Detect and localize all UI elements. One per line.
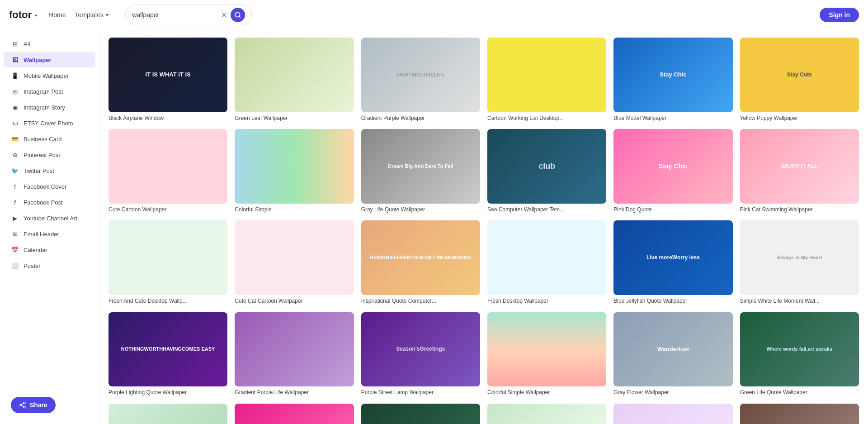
sidebar-item-all[interactable]: ⊞ All — [4, 36, 95, 52]
gallery-item-label: Inspirational Quote Computer... — [361, 298, 480, 305]
gallery-item[interactable]: ENJOY IT ALL Pink Cat Swimming Wallpaper — [740, 129, 859, 213]
thumbnail: BEINGDIFFERENTDOESN'T MEANWRONG — [361, 220, 480, 295]
gallery-item[interactable]: NOTHINGWORTHHAVINGCOMES EASY Purple Ligh… — [108, 312, 227, 396]
thumbnail: Dream Big And Dare To Fail — [361, 129, 480, 204]
share-icon — [19, 401, 26, 409]
logo[interactable]: fotor● — [9, 9, 37, 21]
pinterest-icon: ⊕ — [11, 151, 19, 159]
thumbnail: Live moreWorry less — [613, 220, 732, 295]
calendar-icon: 📅 — [11, 246, 19, 254]
sidebar-item-twitter-post[interactable]: 🐦 Twitter Post — [4, 163, 95, 178]
gallery-item-label: Cartoon Working List Desktop... — [487, 115, 606, 122]
sidebar-item-instagram-story[interactable]: ◉ Instagram Story — [4, 100, 95, 115]
gallery-item[interactable] — [108, 404, 227, 424]
gallery-item[interactable]: Stay Chic Blue Model Wallpaper — [613, 38, 732, 122]
sidebar-item-etsy-cover[interactable]: 🏷 ETSY Cover Photo — [4, 115, 95, 131]
gallery-item[interactable]: Cartoon Working List Desktop... — [487, 38, 606, 122]
thumbnail — [487, 312, 606, 387]
sidebar-item-label: Instagram Story — [24, 104, 65, 111]
gallery-item-label: Yellow Puppy Wallpaper — [740, 115, 859, 122]
gallery-item-label: Gradient Purple Wallpaper — [361, 115, 480, 122]
sidebar-item-instagram-post[interactable]: ◎ Instagram Post — [4, 84, 95, 99]
sign-in-button[interactable]: Sign in — [820, 8, 859, 22]
svg-point-4 — [24, 406, 25, 408]
thumbnail: IT IS WHAT IT IS — [108, 38, 227, 112]
gallery-item[interactable] — [361, 404, 480, 424]
gallery-item[interactable] — [613, 404, 732, 424]
nav: Home Templates — [49, 11, 109, 19]
gallery-item[interactable]: Don't overthink — [235, 404, 354, 424]
facebook-icon: f — [11, 182, 19, 191]
thumbnail: NOTHINGWORTHHAVINGCOMES EASY — [108, 312, 227, 387]
sidebar-item-facebook-post[interactable]: f Facebook Post — [4, 195, 95, 210]
svg-point-0 — [235, 12, 240, 17]
sidebar-item-label: Calendar — [24, 247, 47, 253]
gallery-item[interactable]: Have faith — [487, 404, 606, 424]
search-clear-icon[interactable]: ✕ — [221, 11, 227, 19]
search-button[interactable] — [231, 8, 245, 22]
gallery-item-label: Green Life Quote Wallpaper — [740, 389, 859, 396]
sidebar-item-calendar[interactable]: 📅 Calendar — [4, 242, 95, 257]
gallery-item[interactable]: IT IS WHAT IT IS Black Airplane Window — [108, 38, 227, 122]
gallery-item[interactable]: Cute Cat Cartoon Wallpaper — [235, 220, 354, 305]
gallery-item[interactable]: Always In My Heart Simple White Life Mom… — [740, 220, 859, 305]
tag-icon: 🏷 — [11, 119, 19, 127]
sidebar-item-email-header[interactable]: ✉ Email Header — [4, 226, 95, 242]
gallery-item[interactable]: Live moreWorry less Blue Jellyfish Quote… — [613, 220, 732, 305]
sidebar-item-label: Poster — [24, 262, 41, 269]
gallery-item-label: Gradient Purple Life Wallpaper — [235, 389, 354, 396]
gallery-item-label: Colorful Simple Wallpaper — [487, 389, 606, 396]
gallery-item[interactable]: Wanderlust Gray Flower Wallpaper — [613, 312, 732, 396]
thumbnail: Stay Cute — [740, 38, 859, 112]
search-input[interactable] — [132, 11, 217, 19]
svg-line-1 — [239, 16, 241, 18]
gallery-item[interactable]: BEINGDIFFERENTDOESN'T MEANWRONG Inspirat… — [361, 220, 480, 305]
sidebar-item-label: Pinterest Post — [24, 152, 60, 158]
gallery-item[interactable]: Colorful Simple Wallpaper — [487, 312, 606, 396]
sidebar-item-wallpaper[interactable]: 🖼 Wallpaper — [4, 52, 95, 67]
nav-home[interactable]: Home — [49, 11, 66, 19]
sidebar-item-poster[interactable]: ⬜ Poster — [4, 258, 95, 273]
poster-icon: ⬜ — [11, 262, 19, 270]
gallery-item-label: Pink Cat Swimming Wallpaper — [740, 206, 859, 214]
nav-templates[interactable]: Templates — [75, 11, 109, 19]
gallery-item[interactable]: club Sea Computer Wallpaper Tem... — [487, 129, 606, 213]
gallery-item-label: Purple Lighting Quote Wallpaper — [108, 389, 227, 396]
sidebar-item-label: Instagram Post — [24, 88, 63, 95]
main-layout: ⊞ All 🖼 Wallpaper 📱 Mobile Wallpaper ◎ I… — [0, 30, 868, 424]
gallery-item[interactable]: Where words fail,art speaks Green Life Q… — [740, 312, 859, 396]
sidebar-item-youtube-art[interactable]: ▶ Youtube Channel Art — [4, 210, 95, 226]
gallery-item[interactable]: Colorful Simple — [235, 129, 354, 213]
grid-icon: ⊞ — [11, 40, 19, 48]
gallery-item[interactable]: Fresh Desktop Wallpaper — [487, 220, 606, 305]
sidebar-item-label: ETSY Cover Photo — [24, 120, 73, 127]
gallery-item[interactable]: Cute Cartoon Wallpaper — [108, 129, 227, 213]
gallery-item[interactable]: Dream Big And Dare To Fail Gray Life Quo… — [361, 129, 480, 213]
gallery-item-label: Colorful Simple — [235, 206, 354, 214]
thumbnail: ENJOY IT ALL — [740, 129, 859, 204]
card-icon: 💳 — [11, 135, 19, 143]
gallery-item[interactable]: Stay Cute Yellow Puppy Wallpaper — [740, 38, 859, 122]
thumbnail — [740, 404, 859, 424]
sidebar-item-business-card[interactable]: 💳 Business Card — [4, 131, 95, 147]
sidebar-item-label: Facebook Cover — [24, 183, 66, 190]
share-button[interactable]: Share — [11, 397, 56, 413]
gallery-item[interactable] — [740, 404, 859, 424]
gallery-item[interactable]: Fresh And Cute Desktop Wallp... — [108, 220, 227, 305]
sidebar-item-mobile-wallpaper[interactable]: 📱 Mobile Wallpaper — [4, 68, 95, 83]
gallery-item[interactable]: Green Leaf Wallpaper — [235, 38, 354, 122]
sidebar-item-label: Mobile Wallpaper — [24, 72, 69, 79]
gallery-item-label: Gray Flower Wallpaper — [613, 389, 732, 396]
gallery-item[interactable]: Season'sGreetings Purple Street Lamp Wal… — [361, 312, 480, 396]
gallery-item-label: Gray Life Quote Wallpaper — [361, 206, 480, 214]
gallery-item[interactable]: Gradient Purple Life Wallpaper — [235, 312, 354, 396]
thumbnail — [361, 404, 480, 424]
gallery-item[interactable]: FIGHTINGLOVELIFE Gradient Purple Wallpap… — [361, 38, 480, 122]
gallery-item[interactable]: Stay Chic Pink Dog Quote — [613, 129, 732, 213]
chevron-down-icon — [105, 14, 109, 16]
sidebar-item-pinterest-post[interactable]: ⊕ Pinterest Post — [4, 147, 95, 162]
sidebar-item-label: Email Header — [24, 231, 59, 238]
thumbnail: Always In My Heart — [740, 220, 859, 295]
sidebar-item-facebook-cover[interactable]: f Facebook Cover — [4, 179, 95, 194]
gallery-item-label: Fresh Desktop Wallpaper — [487, 298, 606, 305]
